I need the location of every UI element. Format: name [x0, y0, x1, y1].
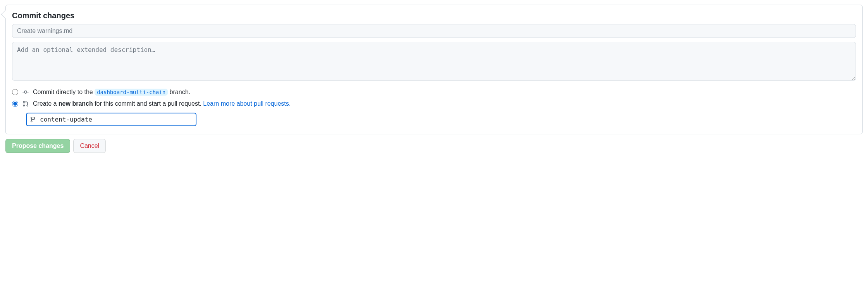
branch-name-input[interactable] [26, 113, 196, 126]
cancel-button[interactable]: Cancel [73, 139, 106, 153]
commit-description-textarea[interactable] [12, 42, 856, 81]
form-actions: Propose changes Cancel [5, 139, 863, 153]
git-commit-icon [22, 89, 29, 96]
propose-changes-button[interactable]: Propose changes [5, 139, 70, 153]
branch-tag: dashboard-multi-chain [95, 89, 168, 96]
commit-direct-radio[interactable] [12, 89, 18, 95]
commit-direct-label[interactable]: Commit directly to the dashboard-multi-c… [33, 89, 190, 96]
panel-caret [1, 10, 10, 19]
commit-new-branch-label[interactable]: Create a new branch for this commit and … [33, 100, 291, 107]
git-branch-icon [30, 117, 36, 123]
commit-summary-input[interactable] [12, 24, 856, 38]
learn-more-link[interactable]: Learn more about pull requests. [203, 100, 291, 107]
commit-heading: Commit changes [12, 11, 856, 20]
branch-name-field [26, 113, 196, 126]
commit-new-branch-option[interactable]: Create a new branch for this commit and … [12, 98, 856, 110]
commit-changes-panel: Commit changes Commit directly to the da… [5, 5, 863, 134]
git-pull-request-icon [22, 100, 29, 107]
commit-direct-option[interactable]: Commit directly to the dashboard-multi-c… [12, 86, 856, 98]
commit-new-branch-radio[interactable] [12, 101, 18, 107]
